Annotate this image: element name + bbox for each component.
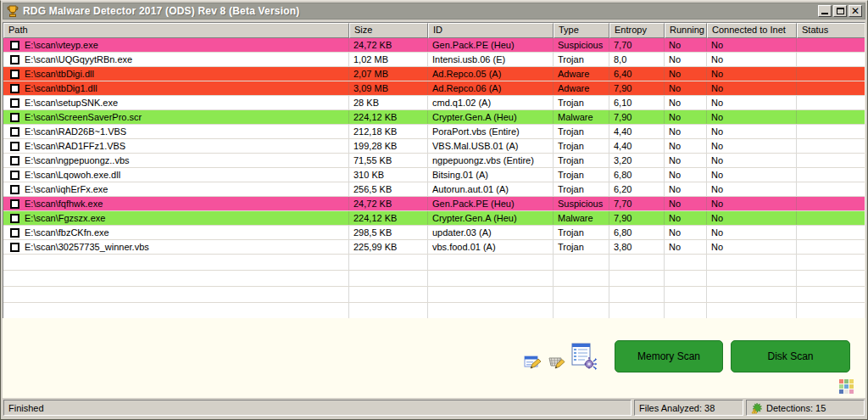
table-row[interactable]: E:\scan\tbDig1.dll3,09 MBAd.Repco.06 (A)…: [3, 81, 865, 96]
cell-size: 28 KB: [349, 96, 428, 109]
row-checkbox[interactable]: [10, 142, 19, 151]
cell-type: Adware: [554, 81, 609, 95]
table-header: Path Size ID Type Entropy Running Connec…: [3, 23, 865, 38]
cell-size: 224,12 KB: [349, 211, 428, 225]
cell-inet: No: [707, 226, 797, 239]
column-header-type[interactable]: Type: [554, 23, 609, 38]
cell-type: Trojan: [554, 96, 609, 109]
table-row[interactable]: E:\scan\vteyp.exe24,72 KBGen.Pack.PE (He…: [3, 38, 865, 53]
row-checkbox[interactable]: [10, 41, 19, 50]
empty-row: [3, 271, 865, 287]
minimize-button[interactable]: [818, 5, 832, 17]
cell-inet: No: [707, 168, 797, 182]
minimize-icon: [821, 13, 828, 14]
cell-inet: No: [707, 38, 797, 52]
cell-size: 225,99 KB: [349, 240, 428, 254]
cell-entropy: 8,0: [609, 53, 665, 66]
cell-id: Ad.Repco.05 (A): [428, 67, 554, 81]
path-text: E:\scan\RAD1FFz1.VBS: [25, 140, 125, 153]
table-row[interactable]: E:\scan\ScreenSaverPro.scr224,12 KBCrypt…: [3, 110, 865, 125]
path-text: E:\scan\fbzCKfn.exe: [25, 227, 109, 239]
maximize-button[interactable]: [833, 5, 847, 17]
cell-type: Adware: [554, 67, 609, 81]
cell-entropy: 7,90: [609, 211, 665, 225]
cell-running: No: [665, 226, 707, 239]
cell-type: Trojan: [554, 53, 609, 66]
cell-inet: No: [707, 240, 797, 254]
status-detections: Detections: 15: [746, 400, 865, 416]
row-checkbox[interactable]: [10, 98, 19, 108]
cell-running: No: [665, 53, 707, 66]
column-header-status[interactable]: Status: [797, 23, 865, 38]
table-row[interactable]: E:\scan\ngpepuongz..vbs71,55 KBngpepuong…: [3, 154, 865, 168]
table-row[interactable]: E:\scan\RAD26B~1.VBS212,18 KBPoraPort.vb…: [3, 125, 865, 139]
cell-size: 24,72 KB: [349, 197, 428, 210]
path-text: E:\scan\UQGqyytRBn.exe: [25, 53, 132, 66]
row-checkbox[interactable]: [10, 55, 19, 64]
close-button[interactable]: ✕: [849, 5, 862, 17]
row-checkbox[interactable]: [10, 70, 19, 79]
path-text: E:\scan\ScreenSaverPro.scr: [25, 111, 142, 124]
table-row[interactable]: E:\scan\RAD1FFz1.VBS199,28 KBVBS.Mal.USB…: [3, 139, 865, 154]
cell-inet: No: [707, 81, 797, 95]
table-row[interactable]: E:\scan\tbDigi.dll2,07 MBAd.Repco.05 (A)…: [3, 67, 865, 81]
table-row[interactable]: E:\scan\30257735_winner.vbs225,99 KBvbs.…: [3, 240, 865, 255]
app-window: RDG Malware Detector 2017 (ODS) Rev 8 (B…: [0, 0, 868, 420]
memory-scan-button[interactable]: Memory Scan: [615, 340, 723, 372]
process-options-icon[interactable]: [571, 343, 597, 370]
table-row[interactable]: E:\scan\Lqowoh.exe.dll310 KBBitsing.01 (…: [3, 168, 865, 182]
disk-scan-button[interactable]: Disk Scan: [731, 340, 850, 372]
cell-entropy: 6,80: [609, 168, 665, 182]
cell-size: 2,07 MB: [349, 67, 428, 81]
row-checkbox[interactable]: [10, 228, 19, 238]
row-checkbox[interactable]: [10, 156, 19, 165]
color-grid-icon[interactable]: [839, 379, 854, 394]
row-checkbox[interactable]: [10, 214, 19, 223]
row-checkbox[interactable]: [10, 185, 19, 194]
column-header-running[interactable]: Running: [665, 23, 707, 38]
table-row[interactable]: E:\scan\fqfhwk.exe24,72 KBGen.Pack.PE (H…: [3, 197, 865, 211]
cell-entropy: 6,20: [609, 182, 665, 196]
column-header-path[interactable]: Path: [3, 23, 349, 38]
cell-path: E:\scan\iqhErFx.exe: [3, 182, 349, 196]
edit-basket-icon[interactable]: [548, 355, 566, 370]
row-checkbox[interactable]: [10, 127, 19, 137]
row-checkbox[interactable]: [10, 243, 19, 252]
column-header-size[interactable]: Size: [349, 23, 428, 38]
cell-path: E:\scan\tbDigi.dll: [3, 67, 349, 81]
cell-size: 212,18 KB: [349, 125, 428, 138]
cell-path: E:\scan\Fgzszx.exe: [3, 211, 349, 225]
cell-path: E:\scan\RAD26B~1.VBS: [3, 125, 349, 138]
table-row[interactable]: E:\scan\fbzCKfn.exe298,5 KBupdater.03 (A…: [3, 226, 865, 240]
table-row[interactable]: E:\scan\setupSNK.exe28 KBcmd.q1.02 (A)Tr…: [3, 96, 865, 110]
cell-id: Intensi.usb.06 (E): [428, 53, 554, 66]
titlebar[interactable]: RDG Malware Detector 2017 (ODS) Rev 8 (B…: [3, 3, 865, 20]
table-row[interactable]: E:\scan\iqhErFx.exe256,5 KBAutorun.aut.0…: [3, 182, 865, 197]
column-header-id[interactable]: ID: [428, 23, 554, 38]
row-checkbox[interactable]: [10, 199, 19, 209]
cell-path: E:\scan\vteyp.exe: [3, 38, 349, 52]
cell-path: E:\scan\30257735_winner.vbs: [3, 240, 349, 254]
cell-size: 199,28 KB: [349, 139, 428, 153]
empty-row: [3, 303, 865, 318]
cell-type: Trojan: [554, 182, 609, 196]
row-checkbox[interactable]: [10, 84, 19, 93]
edit-report-icon[interactable]: [524, 355, 542, 370]
cell-type: Trojan: [554, 154, 609, 167]
cell-status: [797, 125, 865, 138]
column-header-entropy[interactable]: Entropy: [609, 23, 665, 38]
cell-type: Suspicious: [554, 197, 609, 210]
cell-status: [797, 182, 865, 196]
cell-running: No: [665, 125, 707, 138]
table-row[interactable]: E:\scan\UQGqyytRBn.exe1,02 MBIntensi.usb…: [3, 53, 865, 67]
row-checkbox[interactable]: [10, 171, 19, 180]
cell-id: ngpepuongz.vbs (Entire): [428, 154, 554, 167]
row-checkbox[interactable]: [10, 113, 19, 122]
cell-type: Trojan: [554, 125, 609, 138]
path-text: E:\scan\Fgzszx.exe: [25, 212, 105, 225]
column-header-inet[interactable]: Connected to Inet: [707, 23, 797, 38]
cell-entropy: 7,90: [609, 110, 665, 124]
table-row[interactable]: E:\scan\Fgzszx.exe224,12 KBCrypter.Gen.A…: [3, 211, 865, 226]
status-files-analyzed: Files Analyzed: 38: [634, 400, 743, 416]
cell-status: [797, 81, 865, 95]
